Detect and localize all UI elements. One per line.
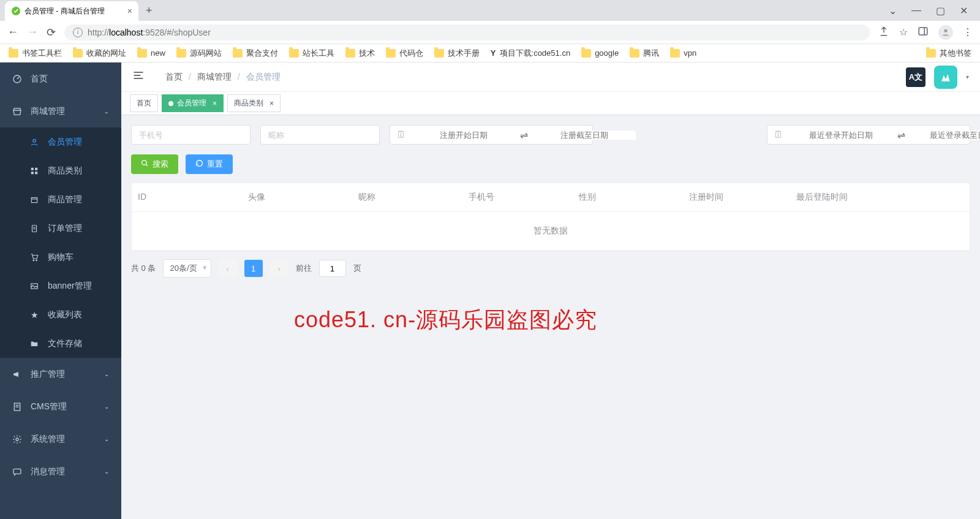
sidebar-item-cart[interactable]: 购物车 <box>0 243 121 271</box>
folder-icon <box>345 49 355 58</box>
svg-rect-1 <box>919 28 927 35</box>
next-page-button[interactable]: › <box>270 260 288 277</box>
tab-home[interactable]: 首页 <box>130 94 158 112</box>
folder-icon <box>670 49 680 58</box>
tab-member[interactable]: 会员管理× <box>162 94 224 112</box>
chevron-down-icon: ⌄ <box>104 436 109 442</box>
sidebar-item-member[interactable]: 会员管理 <box>0 127 121 156</box>
folder-icon <box>630 49 639 58</box>
clipboard-icon <box>29 224 39 233</box>
bookmark-item[interactable]: 收藏的网址 <box>73 48 126 59</box>
breadcrumb-home[interactable]: 首页 <box>165 72 183 83</box>
sidebar-item-cms[interactable]: CMS管理⌄ <box>0 390 121 423</box>
window-close-button[interactable]: ✕ <box>960 5 968 17</box>
side-panel-icon[interactable] <box>918 26 929 39</box>
sidebar-item-message[interactable]: 消息管理⌄ <box>0 455 121 488</box>
tab-category[interactable]: 商品类别× <box>227 94 281 112</box>
window-maximize-button[interactable]: ▢ <box>936 5 945 17</box>
login-start-date[interactable] <box>790 131 892 140</box>
bookmark-item[interactable]: Y项目下载:code51.cn <box>491 48 570 59</box>
browser-forward-button[interactable]: → <box>27 26 38 39</box>
sidebar-item-files[interactable]: 文件存储 <box>0 329 121 358</box>
bookmark-item[interactable]: 聚合支付 <box>233 48 278 59</box>
goto-suffix: 页 <box>353 263 361 274</box>
search-button[interactable]: 搜索 <box>131 154 178 174</box>
document-icon <box>12 402 22 412</box>
browser-back-button[interactable]: ← <box>7 26 18 39</box>
bookmark-item[interactable]: 站长工具 <box>289 48 334 59</box>
bookmark-item[interactable]: 书签工具栏 <box>9 48 62 59</box>
sidebar-item-favorites[interactable]: ★收藏列表 <box>0 300 121 329</box>
breadcrumb-current: 会员管理 <box>246 72 281 83</box>
bookmark-item[interactable]: 腾讯 <box>630 48 659 59</box>
info-icon: i <box>73 28 83 37</box>
address-bar[interactable]: i http://localhost:9528/#/shopUser <box>64 25 870 40</box>
cart-icon <box>29 252 39 262</box>
browser-tab[interactable]: 会员管理 - 商城后台管理 × <box>5 1 138 21</box>
svg-rect-6 <box>31 167 34 170</box>
bookmark-item[interactable]: google <box>581 48 619 58</box>
col-gender: 性别 <box>573 183 683 211</box>
svg-point-21 <box>16 438 18 441</box>
bookmark-item[interactable]: 代码仓 <box>386 48 423 59</box>
register-date-range[interactable]: 🗓 ⇌ <box>390 125 593 145</box>
reset-button[interactable]: 重置 <box>186 154 233 174</box>
favicon-icon <box>11 6 21 16</box>
folder-icon <box>386 49 396 58</box>
register-start-date[interactable] <box>412 131 515 140</box>
active-dot-icon <box>168 101 173 106</box>
gear-icon <box>12 434 22 444</box>
bookmark-item[interactable]: 技术手册 <box>434 48 480 59</box>
page-size-select[interactable]: 20条/页 <box>163 259 211 278</box>
refresh-icon <box>195 159 203 169</box>
folder-icon <box>9 49 18 58</box>
folder-icon <box>581 49 591 58</box>
language-button[interactable]: A文 <box>906 67 925 87</box>
star-icon: ★ <box>29 310 39 320</box>
bookmark-item[interactable]: 技术 <box>345 48 375 59</box>
sidebar-item-order[interactable]: 订单管理 <box>0 214 121 243</box>
bookmark-star-icon[interactable]: ☆ <box>899 26 908 38</box>
goto-page-input[interactable] <box>319 260 346 277</box>
login-end-date[interactable] <box>910 131 980 140</box>
prev-page-button[interactable]: ‹ <box>219 260 237 277</box>
sidebar-item-mall[interactable]: 商城管理 ⌃ <box>0 95 121 127</box>
login-date-range[interactable]: 🗓 ⇌ <box>767 125 970 145</box>
user-avatar[interactable] <box>934 66 957 89</box>
tab-close-icon[interactable]: × <box>270 99 274 108</box>
page-number-button[interactable]: 1 <box>244 260 263 277</box>
dropdown-icon[interactable]: ⌄ <box>889 5 897 17</box>
breadcrumb-mall[interactable]: 商城管理 <box>197 72 232 83</box>
bookmark-item[interactable]: vpn <box>670 48 696 58</box>
profile-avatar[interactable] <box>938 25 953 40</box>
chevron-down-icon: ⌃ <box>104 108 109 115</box>
browser-reload-button[interactable]: ⟳ <box>47 26 56 39</box>
svg-point-15 <box>33 259 34 260</box>
folder-icon <box>233 49 243 58</box>
col-regtime: 注册时间 <box>683 183 790 211</box>
sidebar-item-promo[interactable]: 推广管理⌄ <box>0 358 121 390</box>
folder-icon <box>434 49 444 58</box>
sidebar-item-system[interactable]: 系统管理⌄ <box>0 423 121 455</box>
dashboard-icon <box>12 74 22 84</box>
col-phone: 手机号 <box>462 183 573 211</box>
sidebar-item-product[interactable]: 商品管理 <box>0 185 121 214</box>
hamburger-icon[interactable] <box>132 69 145 85</box>
folder-icon <box>137 49 147 58</box>
share-icon[interactable] <box>878 26 889 39</box>
tab-close-icon[interactable]: × <box>127 6 132 16</box>
bookmark-other[interactable]: 其他书签 <box>926 48 971 59</box>
nickname-input[interactable] <box>260 125 380 145</box>
sidebar-item-banner[interactable]: banner管理 <box>0 271 121 300</box>
tab-close-icon[interactable]: × <box>213 99 217 108</box>
new-tab-button[interactable]: + <box>138 1 160 21</box>
phone-input[interactable] <box>131 125 251 145</box>
dropdown-icon[interactable]: ▾ <box>966 74 969 80</box>
window-minimize-button[interactable]: — <box>911 5 921 16</box>
bookmark-item[interactable]: 源码网站 <box>176 48 222 59</box>
folder-icon <box>926 49 936 58</box>
sidebar-item-category[interactable]: 商品类别 <box>0 156 121 185</box>
sidebar-item-home[interactable]: 首页 <box>0 63 121 95</box>
bookmark-item[interactable]: new <box>137 48 165 58</box>
menu-icon[interactable]: ⋮ <box>963 26 973 38</box>
